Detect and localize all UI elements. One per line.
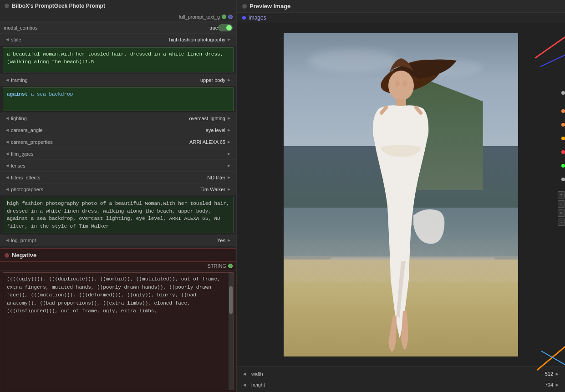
negative-output-connector[interactable] (228, 264, 233, 268)
negative-header: Negative (0, 249, 236, 262)
photographers-row: ◄ photographers Tim Walker ► (0, 183, 236, 195)
output-connector-blue[interactable] (228, 15, 233, 19)
images-connector-dot (242, 16, 246, 20)
height-label: height (249, 382, 535, 387)
preview-status-dot (242, 4, 247, 9)
lenses-row: ◄ lenses ► (0, 160, 236, 172)
left-panel: BilboX's PromptGeek Photo Prompt full_pr… (0, 0, 237, 392)
right-scroll-btn1[interactable]: + (558, 191, 565, 199)
log-prompt-prev-button[interactable]: ◄ (4, 237, 11, 244)
negative-text: ((((ugly)))), (((duplicate))), ((morbid)… (7, 276, 220, 314)
camera-properties-value: ARRI ALEXA 65 (53, 139, 225, 145)
camera-properties-next-button[interactable]: ► (225, 138, 233, 146)
width-prev-button[interactable]: ◄ (240, 370, 249, 378)
negative-node: Negative STRING ((((ugly)))), (((duplica… (0, 248, 236, 392)
svg-point-6 (402, 80, 407, 87)
deco-dot-green (561, 164, 565, 168)
camera-angle-row: ◄ camera_angle eye level ► (0, 124, 236, 136)
lighting-prev-button[interactable]: ◄ (4, 115, 11, 122)
filters-effects-row: ◄ filters_effects ND filter ► (0, 172, 236, 183)
deco-dot-orange2 (561, 123, 565, 127)
deco-dot-orange1 (561, 109, 565, 113)
photographers-next-button[interactable]: ► (225, 186, 233, 193)
images-label: images (249, 15, 266, 21)
lenses-next-button[interactable]: ► (225, 162, 233, 169)
photographers-prev-button[interactable]: ◄ (4, 186, 11, 193)
node-header: BilboX's PromptGeek Photo Prompt (0, 0, 236, 12)
camera-angle-label: camera_angle (11, 127, 47, 133)
node-status-dot (5, 4, 9, 8)
width-label: width (249, 371, 535, 377)
negative-scrollbar-thumb[interactable] (229, 286, 233, 314)
photographers-value: Tim Walker (47, 187, 225, 192)
framing-label: framing (11, 77, 47, 83)
lenses-label: lenses (11, 163, 47, 168)
film-types-next-button[interactable]: ► (225, 150, 233, 158)
preview-image (284, 33, 518, 356)
filters-effects-next-button[interactable]: ► (225, 174, 233, 181)
output-row: full_prompt_text_g (0, 12, 236, 22)
summary-content: high fashion photography photo of a beau… (7, 201, 229, 229)
deco-dot-red (561, 150, 565, 154)
negative-output-label: STRING (207, 263, 226, 269)
filters-effects-prev-button[interactable]: ◄ (4, 174, 11, 181)
camera-properties-prev-button[interactable]: ◄ (4, 138, 11, 146)
filters-effects-label: filters_effects (11, 175, 47, 180)
width-control-row: ◄ width 512 ► (240, 368, 561, 379)
preview-title: Preview Image (249, 3, 290, 10)
log-prompt-row: ◄ log_prompt Yes ► (0, 234, 236, 246)
film-types-prev-button[interactable]: ◄ (4, 150, 11, 158)
negative-status-dot (5, 253, 9, 258)
bottom-controls: ◄ width 512 ► ◄ height 704 ► (237, 366, 565, 392)
negative-text-area[interactable]: ((((ugly)))), (((duplicate))), ((morbid)… (3, 272, 234, 390)
lighting-label: lighting (11, 116, 47, 121)
width-value: 512 (535, 371, 553, 377)
right-scroll-btn2[interactable]: − (558, 200, 565, 208)
framing-row: ◄ framing upper body ► (0, 74, 236, 86)
camera-angle-prev-button[interactable]: ◄ (4, 127, 11, 134)
style-prev-button[interactable]: ◄ (4, 36, 11, 43)
subject-text-widget[interactable]: a beautiful woman,with her tousled hair,… (3, 47, 234, 72)
film-types-row: ◄ film_types ► (0, 148, 236, 160)
modal-combos-value: true (40, 25, 218, 31)
image-container (237, 23, 565, 366)
framing-next-button[interactable]: ► (225, 76, 233, 84)
svg-point-5 (395, 80, 400, 87)
woman-svg (284, 33, 518, 356)
backdrop-text: against a sea backdrop (3, 88, 233, 111)
height-control-row: ◄ height 704 ► (240, 379, 561, 390)
node-title: BilboX's PromptGeek Photo Prompt (12, 3, 105, 9)
lighting-value: overcast lighting (47, 116, 225, 121)
framing-value: upper body (47, 77, 225, 83)
log-prompt-value: Yes (47, 238, 225, 243)
style-label: style (11, 37, 47, 42)
summary-text: high fashion photography photo of a beau… (3, 197, 234, 233)
framing-prev-button[interactable]: ◄ (4, 76, 11, 84)
svg-point-1 (388, 71, 414, 101)
style-next-button[interactable]: ► (225, 36, 233, 43)
lighting-next-button[interactable]: ► (225, 115, 233, 122)
filters-effects-value: ND filter (47, 175, 225, 180)
modal-combos-toggle[interactable] (218, 24, 233, 31)
lenses-prev-button[interactable]: ◄ (4, 162, 11, 169)
modal-combos-row: modal_combos true (0, 22, 236, 34)
log-prompt-next-button[interactable]: ► (225, 237, 233, 244)
deco-dot-yellow (561, 137, 565, 140)
style-row: ◄ style high fashion photography ► (0, 34, 236, 46)
backdrop-text-widget[interactable]: against a sea backdrop (3, 87, 234, 111)
right-scroll-btn3[interactable]: × (558, 209, 565, 217)
height-prev-button[interactable]: ◄ (240, 381, 249, 389)
film-types-label: film_types (11, 151, 47, 157)
camera-angle-next-button[interactable]: ► (225, 127, 233, 134)
height-value: 704 (535, 382, 553, 387)
negative-text-content: ((((ugly)))), (((duplicate))), ((morbid)… (3, 273, 229, 390)
output-label: full_prompt_text_g (179, 14, 220, 20)
right-scroll-btn4[interactable]: · (558, 219, 565, 226)
deco-dot-gray2 (561, 178, 565, 181)
camera-properties-label: camera_properties (11, 139, 53, 145)
preview-header: Preview Image (237, 0, 565, 13)
output-connector-green[interactable] (222, 15, 226, 19)
camera-properties-row: ◄ camera_properties ARRI ALEXA 65 ► (0, 136, 236, 148)
images-row: images (237, 13, 565, 23)
negative-scrollbar[interactable] (229, 273, 233, 390)
